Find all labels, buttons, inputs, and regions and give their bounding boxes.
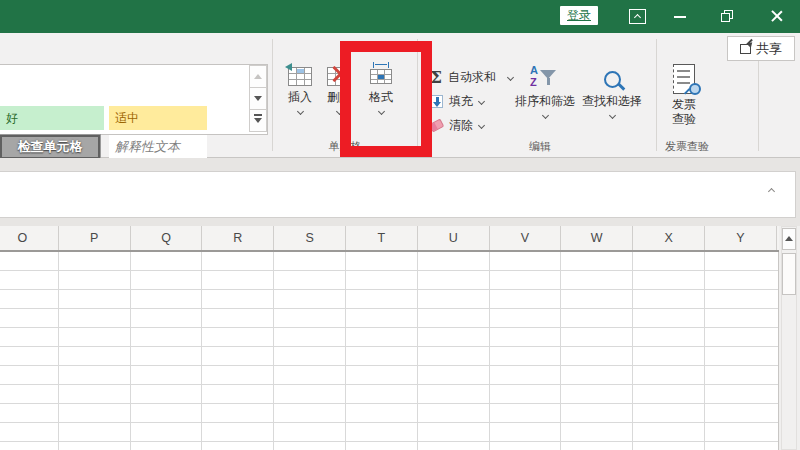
- column-headers: OPQRSTUVWXY: [0, 226, 779, 252]
- column-header-W[interactable]: W: [561, 226, 633, 250]
- find-select-button[interactable]: 查找和选择: [573, 64, 651, 130]
- chevron-down-icon: [541, 111, 548, 118]
- ribbon: 好 适中 检查单元格 解释性文本 插入 删除 格式 单元格 Σ 自动求和 填充: [0, 33, 800, 158]
- chevron-down-icon: [478, 121, 485, 128]
- group-separator: [272, 39, 273, 151]
- insert-cells-icon: [288, 67, 312, 86]
- column-header-Q[interactable]: Q: [131, 226, 203, 250]
- chevron-up-icon: [767, 187, 774, 194]
- column-header-X[interactable]: X: [633, 226, 705, 250]
- restore-button[interactable]: [718, 8, 736, 24]
- format-button[interactable]: 格式: [361, 62, 401, 128]
- gallery-scroll-down-button[interactable]: [249, 87, 267, 110]
- formula-bar-zone: [0, 158, 800, 226]
- minimize-icon: [674, 16, 686, 18]
- scroll-up-button[interactable]: [782, 228, 796, 250]
- fill-button[interactable]: 填充: [430, 90, 484, 112]
- column-header-T[interactable]: T: [346, 226, 418, 250]
- format-cells-icon: [370, 69, 392, 84]
- sign-in-button[interactable]: 登录: [560, 6, 598, 25]
- share-button[interactable]: 共享: [727, 36, 795, 61]
- gallery-more-button[interactable]: [249, 109, 267, 132]
- style-cell-good[interactable]: 好: [0, 106, 104, 130]
- spreadsheet-grid[interactable]: [0, 252, 779, 450]
- column-header-S[interactable]: S: [274, 226, 346, 250]
- style-cell-explanatory[interactable]: 解释性文本: [109, 135, 207, 159]
- title-bar: 登录: [0, 0, 800, 33]
- group-separator: [417, 39, 418, 151]
- minimize-button[interactable]: [671, 8, 689, 24]
- sigma-icon: Σ: [430, 68, 442, 86]
- autosum-button[interactable]: Σ 自动求和: [430, 66, 513, 88]
- magnifier-icon: [689, 83, 701, 95]
- fill-down-icon: [430, 95, 443, 108]
- delete-button[interactable]: 删除: [319, 62, 359, 128]
- gallery-scroll-controls: [249, 65, 267, 134]
- triangle-up-icon: [254, 74, 262, 79]
- chevron-down-icon: [478, 97, 485, 104]
- column-header-V[interactable]: V: [490, 226, 562, 250]
- triangle-up-icon: [785, 236, 793, 241]
- column-header-P[interactable]: P: [59, 226, 131, 250]
- eraser-icon: [429, 118, 445, 132]
- collapse-formula-bar-button[interactable]: [763, 184, 779, 198]
- invoice-group-label: 发票查验: [657, 139, 717, 154]
- style-cell-neutral[interactable]: 适中: [109, 106, 207, 130]
- invoice-document-icon: [673, 64, 695, 94]
- chevron-down-icon: [377, 107, 384, 114]
- chevron-up-icon: [633, 13, 640, 20]
- column-header-U[interactable]: U: [418, 226, 490, 250]
- chevron-down-icon: [296, 107, 303, 114]
- triangle-down-icon: [254, 118, 262, 123]
- style-cell-check[interactable]: 检查单元格: [0, 135, 100, 159]
- formula-bar-input[interactable]: [0, 171, 796, 218]
- column-header-Y[interactable]: Y: [705, 226, 777, 250]
- group-separator: [656, 39, 657, 151]
- gallery-scroll-up-button[interactable]: [249, 65, 267, 88]
- triangle-down-icon: [254, 96, 262, 101]
- clear-button[interactable]: 清除: [430, 114, 484, 136]
- share-icon: [740, 44, 751, 54]
- column-header-R[interactable]: R: [202, 226, 274, 250]
- invoice-check-button[interactable]: 发票 查验: [660, 61, 708, 127]
- ribbon-display-options-button[interactable]: [629, 9, 646, 24]
- column-header-O[interactable]: O: [0, 226, 59, 250]
- close-button[interactable]: [768, 7, 786, 25]
- magnifier-icon: [604, 71, 621, 88]
- editing-group-label: 编辑: [515, 139, 565, 154]
- cells-group-label: 单元格: [320, 139, 370, 154]
- vertical-scrollbar[interactable]: [781, 226, 797, 450]
- chevron-down-icon: [608, 111, 615, 118]
- chevron-down-icon: [335, 107, 342, 114]
- delete-cells-icon: [327, 67, 351, 86]
- insert-button[interactable]: 插入: [280, 62, 320, 128]
- cell-styles-gallery: 好 适中 检查单元格 解释性文本: [0, 64, 268, 135]
- sort-filter-icon: AZ: [530, 66, 560, 92]
- scrollbar-thumb[interactable]: [782, 253, 796, 295]
